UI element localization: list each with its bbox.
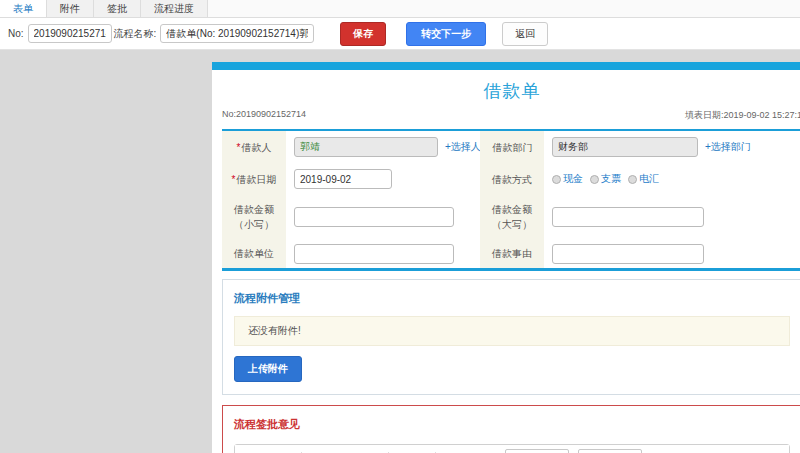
loan-reason-input[interactable]: [552, 244, 704, 264]
dept-field: +选择部门: [544, 131, 800, 163]
loan-unit-input[interactable]: [294, 244, 454, 264]
form-meta-row: No:20190902152714 填表日期:2019-09-02 15:27:…: [212, 109, 800, 129]
tab-progress[interactable]: 流程进度: [141, 0, 208, 17]
loan-unit-field: [286, 239, 480, 268]
select-dept-link[interactable]: +选择部门: [705, 140, 751, 154]
loan-reason-label: 借款事由: [480, 239, 544, 268]
amount-big-input[interactable]: [552, 207, 704, 227]
borrower-input[interactable]: [294, 137, 438, 157]
tab-form[interactable]: 表单: [0, 0, 47, 17]
panel-accent-bar: [212, 62, 800, 70]
amount-big-field: [544, 195, 800, 239]
dept-label: 借款部门: [480, 131, 544, 163]
attachments-section: 流程附件管理 还没有附件! 上传附件: [222, 279, 800, 395]
loan-method-label: 借款方式: [480, 163, 544, 195]
amount-big-label: 借款金额（大写）: [480, 195, 544, 239]
attachments-heading: 流程附件管理: [234, 291, 790, 306]
upload-attachment-button[interactable]: 上传附件: [234, 356, 302, 382]
loan-reason-field: [544, 239, 800, 268]
action-toolbar: No: 流程名称: 保存 转交下一步 返回: [0, 18, 800, 50]
top-bar: 表单 附件 签批 流程进度 No: 流程名称: 保存 转交下一步 返回: [0, 0, 800, 50]
no-input[interactable]: [28, 24, 112, 43]
rich-text-editor: B I abc: [234, 444, 790, 453]
loan-unit-label: 借款单位: [222, 239, 286, 268]
form-date-text: 填表日期:2019-09-02 15:27:1: [685, 109, 800, 122]
dept-input[interactable]: [552, 137, 698, 157]
no-label: No:: [8, 28, 24, 39]
loan-date-field: [286, 163, 480, 195]
required-mark: *: [232, 174, 236, 185]
radio-icon[interactable]: [590, 175, 599, 184]
loan-method-field: 现金 支票 电汇: [544, 163, 800, 195]
tab-bar: 表单 附件 签批 流程进度: [0, 0, 800, 18]
approval-section: 流程签批意见 B I abc: [222, 405, 800, 453]
flow-name-input[interactable]: [160, 24, 314, 43]
amount-small-input[interactable]: [294, 207, 454, 227]
editor-toolbar: B I abc: [235, 445, 789, 453]
flow-name-label: 流程名称:: [114, 27, 157, 41]
loan-method-radio-group: 现金 支票 电汇: [552, 172, 666, 186]
amount-small-field: [286, 195, 480, 239]
loan-date-label: *借款日期: [222, 163, 286, 195]
radio-icon[interactable]: [552, 175, 561, 184]
back-button[interactable]: 返回: [502, 22, 548, 46]
amount-small-label: 借款金额（小写）: [222, 195, 286, 239]
radio-cheque[interactable]: 支票: [590, 172, 621, 186]
loan-date-input[interactable]: [294, 169, 392, 189]
form-no-text: No:20190902152714: [222, 109, 306, 122]
loan-form-panel: 借款单 No:20190902152714 填表日期:2019-09-02 15…: [212, 62, 800, 453]
radio-wire[interactable]: 电汇: [628, 172, 659, 186]
attachments-empty-message: 还没有附件!: [234, 316, 790, 346]
loan-form-table: *借款人 +选择人员 借款部门 +选择部门 *借款日期 借款方式 现金: [222, 129, 800, 271]
required-mark: *: [237, 142, 241, 153]
page-title: 借款单: [212, 70, 800, 109]
tab-approval[interactable]: 签批: [94, 0, 141, 17]
borrower-field: +选择人员: [286, 131, 480, 163]
radio-icon[interactable]: [628, 175, 637, 184]
forward-next-step-button[interactable]: 转交下一步: [406, 22, 486, 46]
radio-cash[interactable]: 现金: [552, 172, 583, 186]
tab-attachments[interactable]: 附件: [47, 0, 94, 17]
approval-heading: 流程签批意见: [234, 417, 790, 432]
save-button[interactable]: 保存: [340, 22, 386, 46]
format-combo[interactable]: 格式: [578, 449, 642, 453]
borrower-label: *借款人: [222, 131, 286, 163]
styles-combo[interactable]: 样式: [505, 449, 569, 453]
